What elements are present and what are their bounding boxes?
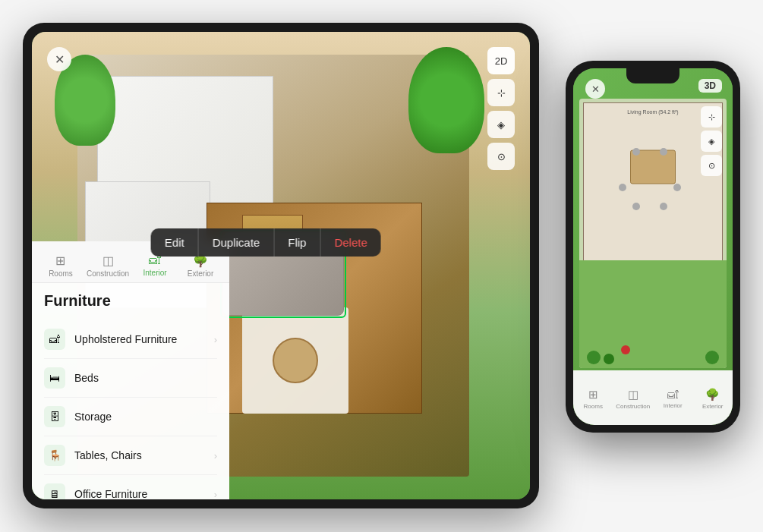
storage-icon: 🗄 xyxy=(44,406,65,427)
sidebar-panel: ⊞ Rooms ◫ Construction 🛋 Interior 🌳 Exte… xyxy=(32,241,229,499)
tablet-toolbar-right: 2D ⊹ ◈ ⊙ xyxy=(487,47,515,170)
tree-right xyxy=(408,47,484,153)
tables-icon: 🪑 xyxy=(44,445,65,466)
layers-icon: ◈ xyxy=(497,119,505,131)
edit-menu-item[interactable]: Edit xyxy=(151,228,199,257)
chevron-icon-2: › xyxy=(214,450,217,461)
3d-label: 3D xyxy=(705,80,716,91)
chevron-icon: › xyxy=(214,334,217,345)
list-item-upholstered[interactable]: 🛋 Upholstered Furniture › xyxy=(44,320,217,359)
gear-icon: ⊙ xyxy=(497,151,506,162)
exterior-tab-label: Exterior xyxy=(188,269,213,278)
phone-3d-button[interactable]: 3D xyxy=(698,79,722,93)
phone-tab-interior[interactable]: 🛋 Interior xyxy=(653,375,693,422)
list-item-tables[interactable]: 🪑 Tables, Chairs › xyxy=(44,436,217,475)
phone-rooms-icon: ⊞ xyxy=(588,388,598,401)
phone-interior-icon: 🛋 xyxy=(667,388,679,401)
chair-4 xyxy=(673,184,681,191)
tables-label: Tables, Chairs xyxy=(74,449,214,461)
phone-device: Living Room (54.2 ft²) xyxy=(566,61,740,433)
phone-tab-rooms[interactable]: ⊞ Rooms xyxy=(573,375,613,422)
delete-menu-item[interactable]: Delete xyxy=(320,228,380,257)
interior-tab-label: Interior xyxy=(143,269,167,277)
tablet-device: ✕ 2D ⊹ ◈ ⊙ Edit Duplicate xyxy=(23,23,539,508)
context-menu: Edit Duplicate Flip Delete xyxy=(151,228,381,257)
chair-6 xyxy=(660,203,667,210)
phone-rotate-btn[interactable]: ⊹ xyxy=(701,106,722,127)
shrub-2 xyxy=(604,354,614,364)
rooms-tab-label: Rooms xyxy=(49,269,73,278)
construction-tab-icon: ◫ xyxy=(102,253,114,268)
garden-area xyxy=(579,260,727,368)
phone-notch xyxy=(626,68,679,83)
phone-bottom-tabs: ⊞ Rooms ◫ Construction 🛋 Interior 🌳 Exte… xyxy=(573,370,733,425)
close-icon: ✕ xyxy=(55,52,65,67)
office-icon: 🖥 xyxy=(44,483,65,499)
layers-button[interactable]: ◈ xyxy=(487,111,515,138)
upholstered-label: Upholstered Furniture xyxy=(74,333,214,345)
tablet-close-button[interactable]: ✕ xyxy=(47,47,71,71)
chair-3 xyxy=(619,184,626,191)
phone-tab-construction[interactable]: ◫ Construction xyxy=(613,375,654,422)
phone-construction-label: Construction xyxy=(616,403,650,410)
flower-red xyxy=(621,345,630,354)
chair-1 xyxy=(632,148,640,156)
phone-gear-icon: ⊙ xyxy=(708,161,715,171)
sidebar-title: Furniture xyxy=(44,292,217,310)
rotate-icon: ⊹ xyxy=(497,87,506,99)
phone-close-icon: ✕ xyxy=(591,83,600,95)
sidebar-content: Furniture 🛋 Upholstered Furniture › 🛏 Be… xyxy=(32,283,229,499)
duplicate-menu-item[interactable]: Duplicate xyxy=(199,228,275,257)
chair-5 xyxy=(632,203,640,210)
phone-close-button[interactable]: ✕ xyxy=(585,79,605,99)
phone-layers-btn[interactable]: ◈ xyxy=(701,131,722,152)
2d-label: 2D xyxy=(495,55,508,67)
rotate-button[interactable]: ⊹ xyxy=(487,79,515,106)
list-item-beds[interactable]: 🛏 Beds xyxy=(44,359,217,398)
room-label: Living Room (54.2 ft²) xyxy=(627,109,678,115)
tablet-screen: ✕ 2D ⊹ ◈ ⊙ Edit Duplicate xyxy=(32,32,530,499)
phone-rotate-icon: ⊹ xyxy=(708,112,715,122)
phone-construction-icon: ◫ xyxy=(628,388,638,401)
office-label: Office Furniture xyxy=(74,488,214,499)
flip-menu-item[interactable]: Flip xyxy=(274,228,320,257)
phone-layers-icon: ◈ xyxy=(708,137,714,146)
view-2d-button[interactable]: 2D xyxy=(487,47,515,74)
phone-interior-label: Interior xyxy=(664,402,683,409)
construction-tab-label: Construction xyxy=(87,269,129,278)
outdoor-dining-table xyxy=(242,307,348,414)
phone-screen: Living Room (54.2 ft²) xyxy=(573,68,733,425)
phone-settings-btn[interactable]: ⊙ xyxy=(701,155,722,176)
dining-table xyxy=(273,338,318,383)
scene: ✕ 2D ⊹ ◈ ⊙ Edit Duplicate xyxy=(0,0,763,532)
shrub-1 xyxy=(587,351,601,364)
upholstered-icon: 🛋 xyxy=(44,329,65,350)
phone-exterior-label: Exterior xyxy=(702,403,724,410)
phone-exterior-icon: 🌳 xyxy=(705,388,720,401)
settings-button[interactable]: ⊙ xyxy=(487,143,515,170)
phone-toolbar-right: ⊹ ◈ ⊙ xyxy=(701,106,722,176)
chevron-icon-3: › xyxy=(214,489,217,500)
rooms-tab-icon: ⊞ xyxy=(55,253,65,268)
phone-tab-exterior[interactable]: 🌳 Exterior xyxy=(693,375,733,422)
shrub-3 xyxy=(705,351,719,364)
storage-label: Storage xyxy=(74,411,217,423)
tab-construction[interactable]: ◫ Construction xyxy=(84,249,132,282)
tab-rooms[interactable]: ⊞ Rooms xyxy=(38,249,84,282)
phone-rooms-label: Rooms xyxy=(584,403,603,410)
list-item-storage[interactable]: 🗄 Storage xyxy=(44,398,217,436)
list-item-office[interactable]: 🖥 Office Furniture › xyxy=(44,475,217,499)
beds-icon: 🛏 xyxy=(44,367,65,389)
beds-label: Beds xyxy=(74,372,217,384)
